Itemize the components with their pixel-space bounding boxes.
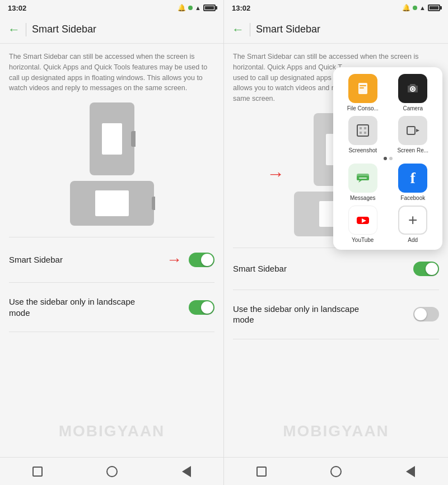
file-console-label: File Conso...: [347, 105, 379, 111]
right-nav-recent[interactable]: [254, 464, 269, 479]
popup-screen-rec[interactable]: Screen Re...: [390, 116, 436, 153]
battery-level: [205, 6, 214, 10]
left-status-time: 13:02: [8, 4, 26, 12]
popup-facebook[interactable]: f Facebook: [390, 164, 436, 201]
right-smart-sidebar-thumb: [426, 263, 438, 275]
svg-rect-5: [357, 125, 368, 136]
battery-icon: [203, 4, 216, 11]
youtube-svg: [355, 212, 371, 228]
popup-screenshot[interactable]: Screenshot: [340, 116, 386, 153]
left-status-icons: 🔔 ▲: [178, 4, 216, 12]
left-page-title: Smart Sidebar: [32, 24, 96, 35]
right-landscape-thumb: [414, 308, 427, 320]
right-battery-icon: [428, 4, 440, 11]
right-back-icon: [406, 466, 415, 477]
landscape-sidebar-tab: [152, 197, 155, 210]
left-title-divider: [26, 23, 26, 36]
recent-icon: [32, 467, 43, 477]
left-nav-recent[interactable]: [30, 464, 45, 479]
popup-messages[interactable]: Messages: [340, 164, 386, 201]
popup-file-console[interactable]: File Conso...: [340, 74, 386, 111]
facebook-icon: f: [398, 164, 427, 193]
right-divider-2: [233, 290, 439, 290]
home-icon: [106, 466, 118, 477]
camera-svg: [405, 81, 421, 96]
notification-icon: 🔔: [178, 4, 186, 12]
notif-dot: [188, 6, 193, 10]
youtube-label: YouTube: [352, 237, 374, 243]
left-phone-panel: 13:02 🔔 ▲ ← Smart Sidebar The Smart Side…: [0, 0, 224, 485]
left-divider-2: [9, 282, 214, 283]
left-status-bar: 13:02 🔔 ▲: [0, 0, 223, 16]
right-back-button[interactable]: ←: [232, 22, 244, 37]
right-notification-icon: 🔔: [402, 4, 410, 12]
right-status-bar: 13:02 🔔 ▲: [224, 0, 448, 16]
left-smart-sidebar-label: Smart Sidebar: [9, 254, 63, 265]
right-smart-sidebar-row: Smart Sidebar: [233, 254, 439, 284]
right-nav-home[interactable]: [328, 464, 344, 479]
messages-icon: [348, 164, 377, 193]
sidebar-popup: File Conso... Camera: [333, 67, 442, 250]
portrait-sidebar-tab: [131, 131, 136, 147]
left-smart-sidebar-toggle-container: →: [166, 251, 214, 269]
left-landscape-row: Use the sidebar only in landscape mode: [9, 288, 214, 326]
screen-rec-label: Screen Re...: [397, 147, 428, 153]
camera-label: Camera: [403, 105, 423, 111]
right-landscape-toggle[interactable]: [413, 307, 439, 321]
left-bottom-nav: [0, 457, 223, 485]
right-landscape-row: Use the sidebar only in landscape mode: [233, 296, 439, 333]
right-page-title: Smart Sidebar: [256, 24, 320, 35]
left-top-bar: ← Smart Sidebar: [0, 16, 223, 44]
back-icon: [182, 466, 191, 477]
left-smart-sidebar-row: Smart Sidebar →: [9, 243, 214, 277]
screen-rec-icon: [398, 116, 427, 145]
right-status-icons: 🔔 ▲: [402, 4, 440, 12]
file-console-icon: [348, 74, 377, 103]
right-smart-sidebar-toggle[interactable]: [413, 262, 439, 276]
right-nav-back[interactable]: [403, 464, 418, 479]
svg-marker-7: [416, 129, 419, 132]
left-landscape-thumb: [201, 301, 213, 314]
messages-svg: [355, 170, 371, 186]
landscape-phone: [70, 181, 154, 226]
right-status-time: 13:02: [232, 4, 250, 12]
left-red-arrow: →: [166, 251, 182, 269]
svg-point-4: [412, 88, 414, 90]
left-nav-home[interactable]: [104, 464, 120, 479]
dot-2: [389, 157, 393, 160]
popup-camera[interactable]: Camera: [390, 74, 436, 111]
popup-add[interactable]: + Add: [390, 206, 436, 243]
screen-rec-svg: [405, 123, 421, 138]
left-back-button[interactable]: ←: [8, 22, 20, 37]
messages-label: Messages: [350, 195, 376, 201]
add-icon: +: [398, 206, 427, 235]
wifi-icon: ▲: [195, 4, 201, 11]
left-landscape-toggle[interactable]: [189, 300, 214, 315]
right-bottom-nav: [224, 457, 448, 485]
right-smart-sidebar-label: Smart Sidebar: [233, 263, 287, 274]
left-content-area: The Smart Sidebar can still be accessed …: [0, 44, 223, 457]
svg-rect-2: [360, 87, 364, 88]
file-console-svg: [355, 81, 371, 96]
facebook-label: Facebook: [400, 195, 425, 201]
left-divider-1: [9, 237, 214, 237]
screenshot-icon: [348, 116, 377, 145]
portrait-phone: [90, 102, 134, 175]
right-landscape-label: Use the sidebar only in landscape mode: [233, 304, 379, 325]
popup-page-dots: [340, 157, 436, 160]
right-red-arrow: →: [267, 164, 284, 184]
dot-1: [384, 157, 387, 160]
left-smart-sidebar-thumb: [201, 254, 213, 266]
right-divider-3: [233, 339, 439, 339]
popup-grid: File Conso... Camera: [340, 74, 436, 153]
left-smart-sidebar-toggle[interactable]: [189, 253, 214, 267]
left-nav-back[interactable]: [179, 464, 194, 479]
landscape-screen: [95, 190, 129, 216]
portrait-screen: [102, 123, 122, 155]
left-phone-illustration: [9, 102, 214, 226]
screenshot-label: Screenshot: [348, 147, 377, 153]
right-phone-panel: 13:02 🔔 ▲ ← Smart Sidebar The Smart Side…: [224, 0, 448, 485]
right-top-bar: ← Smart Sidebar: [224, 16, 448, 44]
left-description: The Smart Sidebar can still be accessed …: [9, 52, 214, 94]
popup-youtube[interactable]: YouTube: [340, 206, 386, 243]
